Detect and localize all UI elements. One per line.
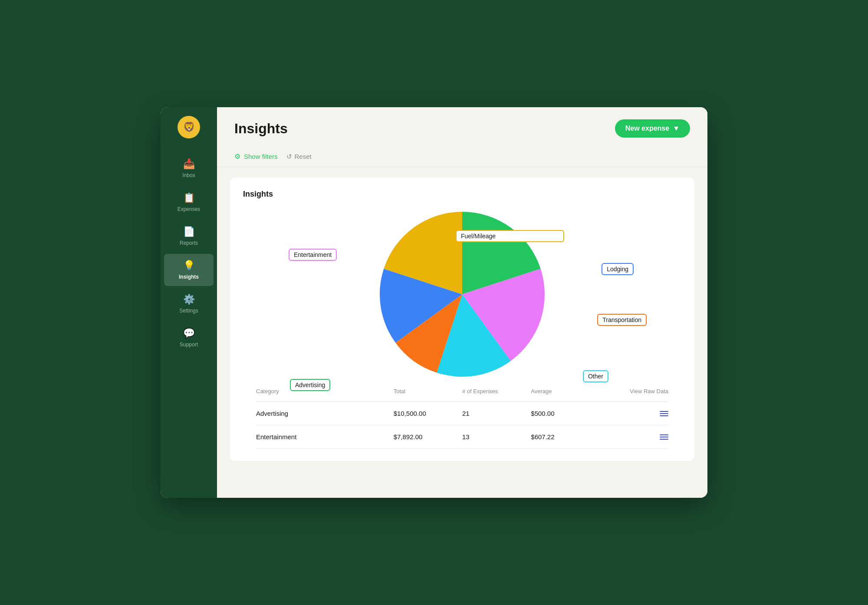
insights-icon: 💡 xyxy=(183,260,195,271)
chevron-down-icon: ▼ xyxy=(673,125,680,132)
sidebar-item-label: Expenses xyxy=(178,206,201,212)
cell-total: $7,892.00 xyxy=(394,433,462,441)
page-title: Insights xyxy=(234,121,288,137)
cell-category: Entertainment xyxy=(256,433,394,441)
view-raw-icon[interactable] xyxy=(660,434,668,440)
view-raw-icon[interactable] xyxy=(660,411,668,416)
transportation-label: Transportation xyxy=(597,314,647,326)
reset-icon: ↺ xyxy=(286,153,292,161)
settings-icon: ⚙️ xyxy=(183,294,195,305)
support-icon: 💬 xyxy=(183,328,195,339)
lodging-label: Lodging xyxy=(602,263,634,275)
cell-average: $607.22 xyxy=(531,433,599,441)
cell-view-raw[interactable] xyxy=(600,434,668,440)
sidebar-item-label: Support xyxy=(180,342,198,348)
table-header: Category Total # of Expenses Average Vie… xyxy=(256,381,668,402)
show-filters-button[interactable]: ⚙ Show filters xyxy=(234,152,278,161)
reset-button[interactable]: ↺ Reset xyxy=(286,153,312,161)
app-logo[interactable]: 🦁 xyxy=(178,116,200,138)
sidebar-item-label: Inbox xyxy=(182,172,195,178)
col-total: Total xyxy=(394,388,462,395)
cell-num-expenses: 21 xyxy=(462,410,531,417)
cell-average: $500.00 xyxy=(531,410,599,417)
sidebar-item-expenses[interactable]: 📋 Expenses xyxy=(164,186,214,218)
other-label: Other xyxy=(583,370,608,382)
chart-title: Insights xyxy=(243,190,681,199)
sidebar-item-label: Insights xyxy=(179,274,199,280)
expenses-icon: 📋 xyxy=(183,192,195,204)
table-row: Advertising $10,500.00 21 $500.00 xyxy=(256,402,668,425)
cell-category: Advertising xyxy=(256,410,394,417)
data-table: Category Total # of Expenses Average Vie… xyxy=(243,381,681,449)
filter-icon: ⚙ xyxy=(234,152,240,161)
filter-bar: ⚙ Show filters ↺ Reset xyxy=(217,146,707,167)
col-num-expenses: # of Expenses xyxy=(462,388,531,395)
sidebar-item-label: Settings xyxy=(179,308,198,314)
col-average: Average xyxy=(531,388,599,395)
page-header: Insights New expense ▼ xyxy=(217,107,707,146)
sidebar-item-support[interactable]: 💬 Support xyxy=(164,322,214,354)
cell-num-expenses: 13 xyxy=(462,433,531,441)
entertainment-label: Entertainment xyxy=(289,249,337,261)
main-content: Insights New expense ▼ ⚙ Show filters ↺ … xyxy=(217,107,707,498)
cell-view-raw[interactable] xyxy=(600,411,668,416)
sidebar-item-settings[interactable]: ⚙️ Settings xyxy=(164,288,214,320)
app-window: 🦁 📥 Inbox 📋 Expenses 📄 Reports 💡 Insight… xyxy=(161,107,707,498)
chart-container: Entertainment Fuel/Mileage Lodging Trans… xyxy=(243,207,681,381)
sidebar: 🦁 📥 Inbox 📋 Expenses 📄 Reports 💡 Insight… xyxy=(161,107,217,498)
chart-card: Insights xyxy=(230,178,694,461)
pie-chart-svg xyxy=(380,212,545,377)
col-view-raw: View Raw Data xyxy=(600,388,668,395)
inbox-icon: 📥 xyxy=(183,158,195,170)
reports-icon: 📄 xyxy=(183,226,195,237)
sidebar-item-reports[interactable]: 📄 Reports xyxy=(164,220,214,252)
col-category: Category xyxy=(256,388,394,395)
table-row: Entertainment $7,892.00 13 $607.22 xyxy=(256,425,668,449)
sidebar-item-insights[interactable]: 💡 Insights xyxy=(164,254,214,286)
sidebar-item-label: Reports xyxy=(180,240,198,246)
cell-total: $10,500.00 xyxy=(394,410,462,417)
sidebar-item-inbox[interactable]: 📥 Inbox xyxy=(164,152,214,184)
content-area: Insights xyxy=(217,167,707,498)
new-expense-button[interactable]: New expense ▼ xyxy=(615,119,690,138)
